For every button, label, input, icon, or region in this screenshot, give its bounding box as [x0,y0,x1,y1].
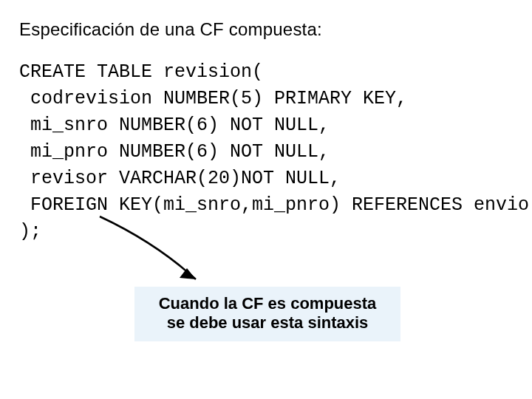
heading: Especificación de una CF compuesta: [19,19,322,40]
callout-box: Cuando la CF es compuesta se debe usar e… [134,287,400,341]
code-line-7: ); [19,221,41,242]
sql-code-block: CREATE TABLE revision( codrevision NUMBE… [19,59,529,245]
code-line-3: mi_snro NUMBER(6) NOT NULL, [19,115,330,136]
code-line-4: mi_pnro NUMBER(6) NOT NULL, [19,141,330,163]
slide: Especificación de una CF compuesta: CREA… [0,0,532,399]
code-line-1: CREATE TABLE revision( [19,61,263,83]
callout-line-1: Cuando la CF es compuesta [143,294,392,313]
code-line-6: FOREIGN KEY(mi_snro,mi_pnro) REFERENCES … [19,194,529,216]
code-line-5: revisor VARCHAR(20)NOT NULL, [19,168,341,189]
svg-marker-0 [180,268,196,279]
code-line-2: codrevision NUMBER(5) PRIMARY KEY, [19,88,407,109]
callout-line-2: se debe usar esta sintaxis [143,313,392,332]
